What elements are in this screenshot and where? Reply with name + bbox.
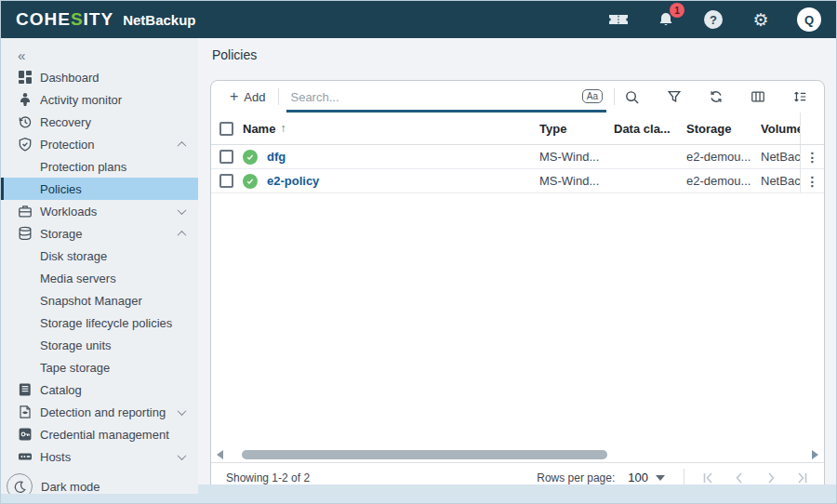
dashboard-icon — [18, 70, 33, 85]
policy-name-link[interactable]: e2-policy — [267, 174, 319, 188]
app-window: COHESITY NetBackup 1 ? ⚙ Q « D — [0, 0, 837, 504]
scrollbar-track[interactable] — [227, 450, 808, 459]
sidebar-item-media-servers[interactable]: Media servers — [1, 267, 198, 289]
window-bottom-strip — [198, 484, 836, 494]
collapse-chevrons-icon: « — [18, 47, 25, 63]
select-all-checkbox[interactable] — [219, 122, 233, 136]
policy-name-link[interactable]: dfg — [267, 150, 286, 164]
main-content: Policies + Add Aa — [198, 38, 836, 494]
notification-badge: 1 — [670, 3, 684, 18]
logo-text-post: ITY — [84, 9, 114, 29]
previous-page-button[interactable] — [731, 470, 748, 486]
header-data-classification[interactable]: Data cla... — [614, 122, 686, 136]
chevron-down-icon — [178, 406, 187, 416]
search-field: Aa — [286, 85, 606, 113]
refresh-icon[interactable] — [707, 87, 725, 106]
sidebar-item-detection-and-reporting[interactable]: Detection and reporting — [1, 401, 198, 423]
policies-panel: + Add Aa — [210, 80, 825, 493]
plus-icon: + — [230, 89, 238, 104]
search-icon[interactable] — [622, 87, 641, 106]
settings-gear-icon[interactable]: ⚙ — [750, 8, 772, 31]
header-type[interactable]: Type — [539, 122, 614, 136]
row-density-icon[interactable] — [790, 87, 809, 106]
credential-key-icon — [18, 427, 33, 442]
sidebar-collapse-button[interactable]: « — [1, 44, 198, 66]
cell-type: MS-Wind... — [539, 150, 614, 164]
header-name[interactable]: Name ↑ — [243, 122, 539, 136]
rows-per-page-select[interactable]: 100 — [628, 471, 648, 484]
cell-volume-pool: NetBac — [761, 174, 800, 188]
search-input[interactable] — [286, 90, 578, 104]
header-volume-pool[interactable]: Volume p — [761, 122, 800, 136]
row-checkbox[interactable] — [219, 150, 233, 164]
scroll-left-arrow[interactable] — [217, 450, 223, 459]
scroll-right-arrow[interactable] — [812, 450, 818, 459]
first-page-button[interactable] — [699, 470, 716, 486]
sidebar-item-catalog[interactable]: Catalog — [1, 378, 198, 401]
sidebar-item-tape-storage[interactable]: Tape storage — [1, 356, 198, 378]
status-ok-icon — [243, 150, 258, 165]
sidebar: « Dashboard Activity monitor Recovery Pr… — [1, 38, 198, 494]
hosts-server-icon — [18, 449, 33, 464]
sort-ascending-icon: ↑ — [280, 122, 286, 135]
columns-icon[interactable] — [749, 87, 767, 106]
last-page-button[interactable] — [794, 470, 811, 486]
activity-monitor-icon — [18, 92, 33, 107]
ticket-icon[interactable] — [607, 8, 630, 31]
cohesity-logo: COHESITY — [16, 9, 113, 30]
notifications-bell-icon[interactable]: 1 — [655, 8, 677, 31]
sidebar-item-snapshot-manager[interactable]: Snapshot Manager — [1, 289, 198, 312]
topbar-actions: 1 ? ⚙ Q — [607, 7, 821, 32]
top-bar: COHESITY NetBackup 1 ? ⚙ Q — [1, 1, 836, 38]
row-checkbox[interactable] — [219, 174, 233, 188]
rows-per-page-caret-icon[interactable] — [656, 475, 665, 481]
logo-text-pre: COHE — [16, 9, 71, 29]
logo-green-s: S — [71, 9, 84, 29]
detection-report-icon — [18, 405, 33, 419]
workloads-briefcase-icon — [18, 204, 33, 219]
product-name: NetBackup — [123, 12, 195, 28]
sidebar-item-storage[interactable]: Storage — [1, 222, 198, 245]
cell-storage: e2-demou... — [686, 150, 761, 164]
next-page-button[interactable] — [763, 470, 779, 486]
sidebar-item-protection[interactable]: Protection — [1, 133, 198, 155]
horizontal-scrollbar — [211, 447, 824, 462]
sidebar-item-storage-lifecycle-policies[interactable]: Storage lifecycle policies — [1, 312, 198, 334]
sidebar-item-workloads[interactable]: Workloads — [1, 200, 198, 222]
row-actions-kebab-icon[interactable]: ⋮ — [806, 150, 819, 165]
help-icon[interactable]: ? — [702, 8, 724, 31]
pagination-controls — [699, 470, 811, 486]
sidebar-item-disk-storage[interactable]: Disk storage — [1, 245, 198, 267]
moon-icon — [7, 473, 33, 494]
add-button[interactable]: + Add — [224, 86, 271, 108]
dark-mode-toggle[interactable]: Dark mode — [1, 473, 198, 494]
row-actions-kebab-icon[interactable]: ⋮ — [806, 174, 819, 189]
sidebar-item-protection-plans[interactable]: Protection plans — [1, 155, 198, 178]
sidebar-item-storage-units[interactable]: Storage units — [1, 334, 198, 356]
sidebar-item-hosts[interactable]: Hosts — [1, 445, 198, 468]
sidebar-item-dashboard[interactable]: Dashboard — [1, 66, 198, 88]
showing-count: Showing 1-2 of 2 — [226, 471, 310, 484]
cell-volume-pool: NetBac — [761, 150, 800, 164]
window-bottom-strip — [1, 494, 836, 503]
sidebar-item-recovery[interactable]: Recovery — [1, 111, 198, 133]
user-avatar[interactable]: Q — [797, 7, 821, 32]
sidebar-item-credential-management[interactable]: Credential management — [1, 423, 198, 445]
toolbar-divider — [614, 88, 615, 105]
catalog-book-icon — [18, 382, 33, 397]
scrollbar-thumb[interactable] — [242, 450, 608, 459]
header-actions-cell — [800, 113, 824, 144]
chevron-down-icon — [178, 451, 187, 460]
storage-database-icon — [18, 226, 33, 241]
table-toolbar: + Add Aa — [211, 81, 824, 113]
table-row: e2-policy MS-Wind... e2-demou... NetBac … — [211, 169, 824, 193]
header-storage[interactable]: Storage — [686, 122, 761, 136]
cell-type: MS-Wind... — [539, 174, 614, 188]
filter-icon[interactable] — [665, 87, 684, 106]
sidebar-item-policies[interactable]: Policies — [1, 178, 198, 200]
status-ok-icon — [243, 174, 258, 189]
match-case-toggle[interactable]: Aa — [582, 89, 603, 103]
sidebar-item-activity-monitor[interactable]: Activity monitor — [1, 88, 198, 111]
page-title: Policies — [212, 47, 257, 62]
header-checkbox-cell — [211, 122, 243, 136]
